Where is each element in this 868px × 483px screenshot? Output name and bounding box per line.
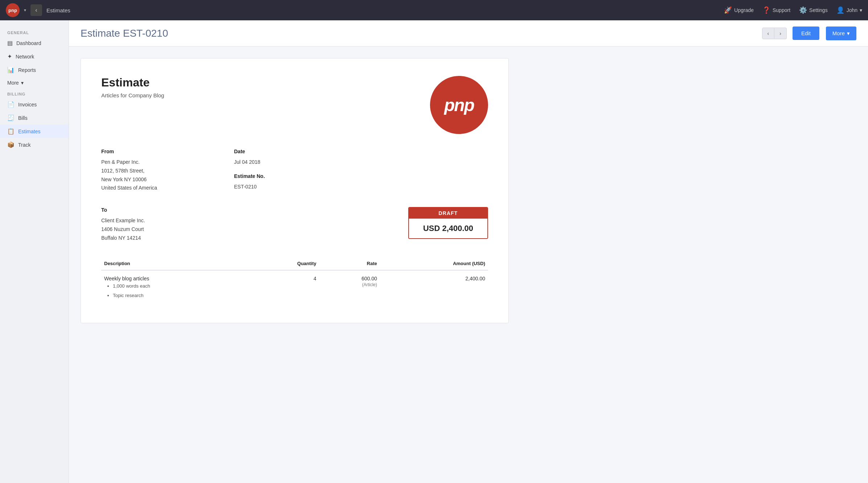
rocket-icon: 🚀: [724, 6, 732, 14]
item-description: Weekly blog articles 1,000 words eachTop…: [101, 270, 248, 305]
sidebar-item-estimates[interactable]: 📋 Estimates: [0, 125, 69, 138]
more-button-caret: ▾: [847, 30, 850, 37]
from-block: From Pen & Paper Inc. 1012, 578th Street…: [101, 149, 222, 192]
from-address1: 1012, 578th Street,: [101, 167, 222, 175]
more-caret-icon: ▾: [21, 80, 24, 86]
document-area: Estimate Articles for Company Blog pnp F…: [69, 46, 868, 335]
sidebar-item-track[interactable]: 📦 Track: [0, 138, 69, 151]
sidebar-item-dashboard[interactable]: ▤ Dashboard: [0, 36, 69, 50]
table-row: Weekly blog articles 1,000 words eachTop…: [101, 270, 488, 305]
items-table: Description Quantity Rate Amount (USD) W…: [101, 257, 488, 305]
logo-inner-text: pnp: [444, 95, 474, 115]
to-name: Client Example Inc.: [101, 216, 145, 225]
col-rate: Rate: [319, 257, 380, 270]
gear-icon: ⚙️: [799, 6, 807, 14]
user-caret: ▾: [860, 7, 862, 13]
date-block: Date Jul 04 2018 Estimate No. EST-0210: [234, 149, 355, 192]
sidebar-item-label: Estimates: [18, 129, 40, 134]
top-navigation: pnp ▾ ‹ Estimates 🚀 Upgrade ❓ Support ⚙️…: [0, 0, 868, 20]
invoices-icon: 📄: [7, 101, 15, 108]
item-rate: 600.00(Article): [319, 270, 380, 305]
to-address1: 1406 Nuzum Court: [101, 225, 145, 234]
sidebar-item-label: Dashboard: [16, 40, 41, 46]
from-details: Pen & Paper Inc. 1012, 578th Street, New…: [101, 158, 222, 192]
breadcrumb: Estimates: [46, 7, 70, 13]
from-country: United States of America: [101, 184, 222, 192]
billing-section-label: BILLING: [0, 89, 69, 98]
item-note: 1,000 words each: [113, 281, 245, 291]
support-label: Support: [773, 7, 790, 13]
nav-actions: 🚀 Upgrade ❓ Support ⚙️ Settings 👤 John ▾: [724, 6, 862, 14]
edit-button[interactable]: Edit: [793, 27, 819, 40]
col-amount: Amount (USD): [380, 257, 488, 270]
sidebar-item-label: Bills: [18, 115, 28, 121]
estimate-subtitle: Articles for Company Blog: [101, 92, 164, 98]
reports-icon: 📊: [7, 66, 15, 73]
meta-grid: From Pen & Paper Inc. 1012, 578th Street…: [101, 149, 488, 192]
estimates-icon: 📋: [7, 128, 15, 135]
next-arrow-button[interactable]: ›: [774, 28, 787, 39]
sidebar-item-label: Invoices: [18, 102, 37, 107]
sidebar-item-label: Network: [16, 54, 34, 60]
logo-button[interactable]: pnp: [6, 3, 20, 17]
estimate-title-block: Estimate Articles for Company Blog: [101, 76, 164, 98]
sidebar-item-reports[interactable]: 📊 Reports: [0, 63, 69, 77]
track-icon: 📦: [7, 141, 15, 148]
general-section-label: GENERAL: [0, 28, 69, 36]
from-label: From: [101, 149, 222, 154]
date-value: Jul 04 2018: [234, 158, 355, 167]
page-title: Estimate EST-0210: [81, 28, 756, 39]
to-section: To Client Example Inc. 1406 Nuzum Court …: [101, 207, 145, 242]
logo-caret[interactable]: ▾: [24, 8, 26, 13]
nav-arrows: ‹ ›: [762, 28, 787, 39]
sidebar: GENERAL ▤ Dashboard ✦ Network 📊 Reports …: [0, 20, 69, 483]
sidebar-item-invoices[interactable]: 📄 Invoices: [0, 98, 69, 111]
to-details: Client Example Inc. 1406 Nuzum Court Buf…: [101, 216, 145, 242]
sidebar-item-bills[interactable]: 🧾 Bills: [0, 111, 69, 125]
status-badge: DRAFT: [409, 208, 487, 219]
upgrade-link[interactable]: 🚀 Upgrade: [724, 6, 754, 14]
item-amount: 2,400.00: [380, 270, 488, 305]
prev-arrow-button[interactable]: ‹: [762, 28, 775, 39]
from-name: Pen & Paper Inc.: [101, 158, 222, 167]
item-note: Topic research: [113, 291, 245, 300]
question-icon: ❓: [762, 6, 770, 14]
estimate-no-value: EST-0210: [234, 183, 355, 191]
sidebar-item-label: Track: [18, 142, 30, 148]
estimate-main-title: Estimate: [101, 76, 164, 89]
settings-label: Settings: [809, 7, 828, 13]
main-content: Estimate EST-0210 ‹ › Edit More ▾ Estima…: [69, 20, 868, 483]
to-block: [367, 149, 488, 192]
upgrade-label: Upgrade: [734, 7, 754, 13]
estimate-header-row: Estimate Articles for Company Blog pnp: [101, 76, 488, 134]
dashboard-icon: ▤: [7, 40, 13, 46]
sidebar-more-general[interactable]: More ▾: [0, 77, 69, 89]
logo-text: pnp: [8, 8, 17, 13]
estimate-no-label: Estimate No.: [234, 173, 355, 179]
col-description: Description: [101, 257, 248, 270]
app-layout: GENERAL ▤ Dashboard ✦ Network 📊 Reports …: [0, 20, 868, 483]
to-address2: Buffalo NY 14214: [101, 234, 145, 243]
network-icon: ✦: [7, 53, 12, 60]
status-box: DRAFT USD 2,400.00: [408, 207, 488, 239]
back-button[interactable]: ‹: [30, 4, 42, 16]
company-logo: pnp: [430, 76, 488, 134]
item-quantity: 4: [248, 270, 319, 305]
sidebar-item-label: Reports: [18, 67, 36, 73]
status-amount: USD 2,400.00: [409, 219, 487, 238]
user-menu[interactable]: 👤 John ▾: [836, 6, 862, 14]
user-name: John: [847, 7, 857, 13]
date-label: Date: [234, 149, 355, 154]
settings-link[interactable]: ⚙️ Settings: [799, 6, 828, 14]
back-icon: ‹: [35, 7, 37, 13]
more-label: More: [7, 80, 19, 86]
from-address2: New York NY 10006: [101, 175, 222, 184]
more-button[interactable]: More ▾: [826, 27, 856, 40]
support-link[interactable]: ❓ Support: [762, 6, 790, 14]
user-icon: 👤: [836, 6, 844, 14]
more-button-label: More: [832, 30, 845, 36]
document-card: Estimate Articles for Company Blog pnp F…: [81, 58, 509, 323]
sidebar-item-network[interactable]: ✦ Network: [0, 50, 69, 63]
bills-icon: 🧾: [7, 114, 15, 121]
to-label: To: [101, 207, 145, 213]
